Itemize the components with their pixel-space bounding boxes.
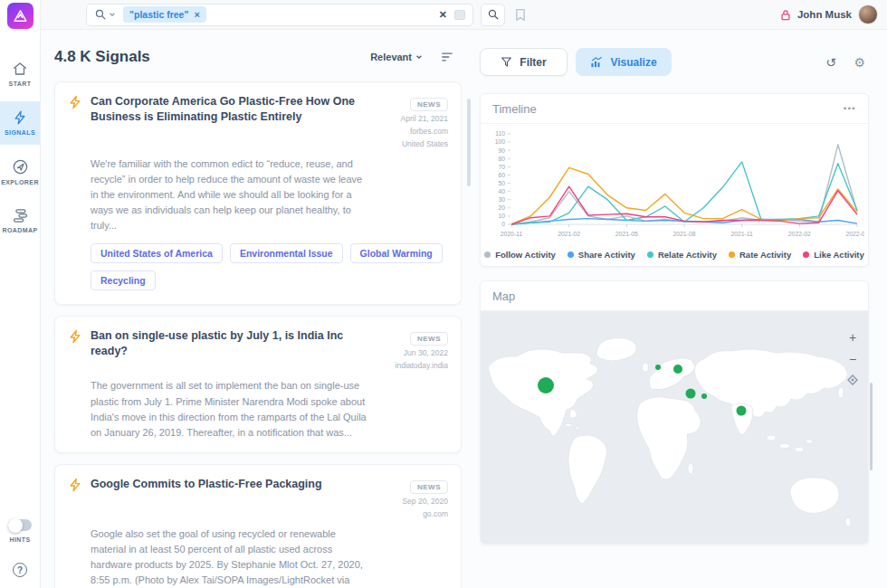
signal-bolt-icon [68,95,82,109]
svg-text:70: 70 [498,164,505,170]
legend-item[interactable]: Relate Activity [647,250,717,260]
svg-text:110: 110 [495,130,505,137]
svg-text:2021-02: 2021-02 [558,231,580,237]
funnel-icon [501,56,512,68]
map-dot[interactable] [655,365,661,370]
svg-text:30: 30 [498,196,505,203]
map-header: Map [481,281,868,311]
legend-dot-icon [567,251,574,258]
chevron-down-icon[interactable] [109,11,116,18]
source-type-badge: NEWS [410,332,448,346]
search-icon [94,8,107,21]
sidebar-item-explorer[interactable]: EXPLORER [0,150,40,194]
map-dot[interactable] [701,394,707,399]
sidebar-item-label: ROADMAP [3,227,38,233]
map-scrollbar[interactable] [870,383,873,470]
card-header: Google Commits to Plastic-Free Packaging… [68,477,448,519]
locate-icon[interactable] [847,375,858,385]
card-source[interactable]: forbes.com [365,127,448,137]
chevron-down-icon [415,53,423,61]
signal-card[interactable]: Can Corporate America Go Plastic-Free Ho… [54,81,462,305]
card-meta: NEWS Sep 20, 2020 go.com [365,477,448,519]
continents [488,338,851,526]
tag-chip[interactable]: Recycling [91,270,156,290]
hints-toggle[interactable] [8,519,32,531]
sidebar-item-start[interactable]: START [0,52,40,96]
bookmark-button[interactable] [514,8,527,22]
search-clear-icon[interactable]: ✕ [439,9,447,21]
svg-text:20: 20 [498,204,505,211]
source-type-badge: NEWS [410,98,448,111]
map-dot[interactable] [673,365,682,374]
legend-item[interactable]: Rate Activity [729,250,791,260]
map-dot[interactable] [686,389,696,399]
gear-icon[interactable]: ⚙ [854,55,865,70]
signal-card[interactable]: Google Commits to Plastic-Free Packaging… [54,464,462,588]
filter-button-label: Filter [520,56,546,69]
timeline-panel: Timeline ••• 010203040506070809010011020… [480,93,869,267]
tag-chip[interactable]: Global Warming [350,243,443,263]
more-options-icon[interactable]: ••• [844,104,856,113]
sidebar-item-roadmap[interactable]: ROADMAP [0,200,40,242]
card-source[interactable]: go.com [365,509,448,519]
timeline-chart: 01020304050607080901001102020-112021-022… [484,127,864,245]
card-tags: United States of AmericaEnvironmental Is… [91,243,448,290]
card-source[interactable]: indiatoday.india [365,361,448,371]
map-body[interactable]: + − [481,311,868,544]
advanced-search-icon[interactable] [454,10,465,20]
legend-label: Relate Activity [658,250,717,260]
timeline-body: 01020304050607080901001102020-112021-022… [481,124,868,260]
timeline-legend: Follow ActivityShare ActivityRelate Acti… [484,250,864,260]
app-logo[interactable] [7,3,33,29]
svg-text:60: 60 [498,172,505,178]
sidebar-item-signals[interactable]: SIGNALS [0,101,40,145]
search-term-chip[interactable]: "plastic free" × [123,6,206,23]
card-meta: NEWS April 21, 2021 forbes.com United St… [365,94,448,149]
search-icon [487,8,500,21]
sort-order-icon[interactable] [441,52,453,62]
legend-item[interactable]: Share Activity [567,250,635,260]
card-date: Sep 20, 2020 [365,497,448,507]
map-title: Map [492,289,515,303]
results-header: 4.8 K Signals Relevant [41,30,475,66]
card-country: United States [365,139,448,149]
undo-icon[interactable]: ↺ [825,55,836,70]
card-title: Can Corporate America Go Plastic-Free Ho… [91,94,365,149]
search-button[interactable] [481,4,505,26]
card-title: Google Commits to Plastic-Free Packaging [91,477,365,519]
legend-dot-icon [647,251,653,258]
tag-chip[interactable]: United States of America [91,243,223,263]
filter-button[interactable]: Filter [480,48,567,76]
card-snippet: We're familiar with the common edict to … [91,156,448,233]
legend-item[interactable]: Follow Activity [484,250,556,260]
tag-chip[interactable]: Environmental Issue [230,243,343,263]
zoom-out-icon[interactable]: − [849,353,856,365]
svg-text:2021-05: 2021-05 [615,231,638,237]
sidebar-nav: START SIGNALS EXPLORER ROADMAP [0,52,40,248]
user-name: John Musk [797,9,852,20]
legend-item[interactable]: Like Activity [803,250,864,260]
search-input[interactable]: "plastic free" × ✕ [86,4,473,26]
lightning-icon [12,109,28,126]
card-title: Ban on single-use plastic by July 1, is … [91,328,365,371]
svg-text:2020-11: 2020-11 [501,231,523,237]
sort-dropdown[interactable]: Relevant [370,52,423,62]
signal-card[interactable]: Ban on single-use plastic by July 1, is … [54,316,462,452]
world-map[interactable] [481,311,868,544]
results-scrollbar[interactable] [467,99,471,186]
svg-text:100: 100 [495,138,506,145]
user-menu[interactable]: John Musk [780,5,878,24]
lock-icon [780,9,791,21]
map-dot[interactable] [538,377,554,394]
legend-label: Follow Activity [495,250,556,260]
avatar[interactable] [858,5,878,24]
chip-remove-icon[interactable]: × [194,10,199,20]
help-button[interactable]: ? [13,563,27,577]
map-dot[interactable] [737,406,747,416]
svg-text:80: 80 [498,156,505,162]
card-date: April 21, 2021 [365,114,448,124]
zoom-in-icon[interactable]: + [849,331,856,344]
visualize-button[interactable]: Visualize [576,48,672,76]
map-panel: Map [480,280,869,545]
svg-text:50: 50 [498,180,505,186]
